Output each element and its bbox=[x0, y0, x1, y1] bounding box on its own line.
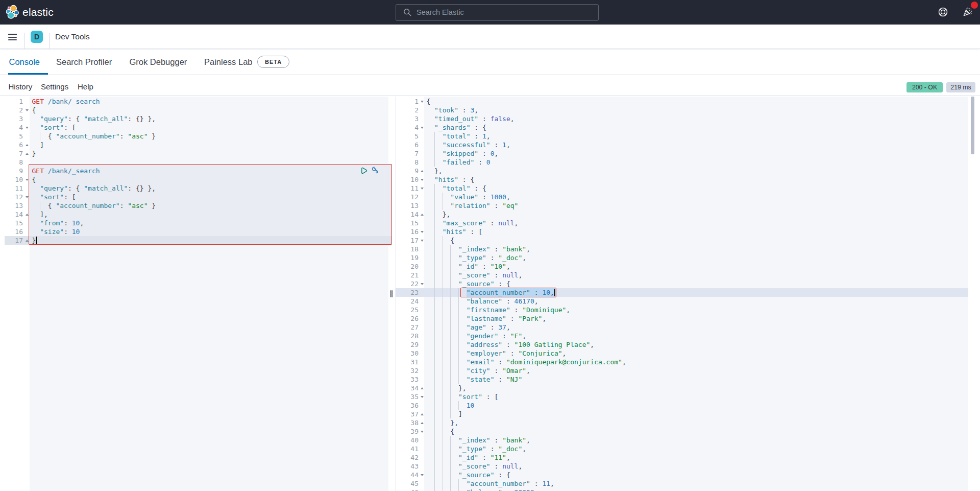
fold-toggle-icon[interactable] bbox=[421, 431, 424, 433]
code-text: }, bbox=[424, 167, 443, 175]
tab-console[interactable]: Console bbox=[9, 49, 40, 75]
code-token: , bbox=[522, 445, 526, 453]
fold-toggle-icon[interactable] bbox=[421, 170, 424, 172]
code-token: { bbox=[426, 237, 454, 244]
request-actions bbox=[361, 167, 379, 175]
fold-toggle-icon[interactable] bbox=[421, 396, 424, 398]
newsfeed-icon[interactable] bbox=[963, 7, 972, 17]
code-line: 30 "employer" : "Conjurica", bbox=[396, 349, 968, 358]
line-number: 10 bbox=[396, 175, 424, 184]
code-token: : bbox=[491, 202, 502, 209]
menu-icon[interactable] bbox=[6, 31, 22, 47]
fold-toggle-icon[interactable] bbox=[421, 240, 424, 242]
line-number: 5 bbox=[5, 132, 30, 141]
elastic-logo-icon[interactable] bbox=[6, 5, 19, 19]
send-request-icon[interactable] bbox=[361, 167, 368, 175]
code-token: "Dominique" bbox=[522, 306, 566, 314]
code-token: "state" bbox=[467, 376, 495, 383]
line-number: 9 bbox=[396, 167, 424, 175]
fold-toggle-icon[interactable] bbox=[26, 127, 29, 129]
code-token bbox=[426, 436, 458, 444]
menu-icon-bar bbox=[8, 34, 17, 35]
line-number: 26 bbox=[396, 314, 424, 323]
code-token: "_type" bbox=[458, 445, 486, 453]
fold-toggle-icon[interactable] bbox=[421, 188, 424, 190]
code-token: , bbox=[590, 341, 594, 348]
code-token: "value" bbox=[450, 193, 478, 201]
fold-toggle-icon[interactable] bbox=[421, 101, 424, 103]
help-icon[interactable] bbox=[938, 7, 948, 17]
code-token bbox=[44, 98, 48, 105]
code-text: "skipped" : 0, bbox=[424, 149, 498, 158]
code-token: "NJ" bbox=[506, 376, 522, 383]
code-text: { bbox=[424, 97, 430, 106]
fold-toggle-icon[interactable] bbox=[421, 474, 424, 476]
fold-toggle-icon[interactable] bbox=[421, 283, 424, 285]
line-number: 18 bbox=[396, 245, 424, 253]
code-token: : bbox=[458, 106, 470, 114]
tab-search-profiler[interactable]: Search Profiler bbox=[56, 49, 112, 75]
top-header-bar: elastic Search Elastic bbox=[0, 0, 980, 25]
line-number: 11 bbox=[396, 184, 424, 193]
app-avatar[interactable]: D bbox=[31, 31, 43, 43]
code-text: "sort" : [ bbox=[424, 392, 498, 401]
line-number: 16 bbox=[396, 227, 424, 236]
fold-toggle-icon[interactable] bbox=[421, 387, 424, 389]
fold-toggle-icon[interactable] bbox=[421, 231, 424, 233]
code-token bbox=[32, 115, 40, 123]
code-token: "_type" bbox=[458, 254, 486, 262]
line-number: 27 bbox=[396, 323, 424, 332]
code-text: }, bbox=[424, 384, 467, 392]
global-search-input[interactable]: Search Elastic bbox=[396, 4, 599, 21]
line-number: 10 bbox=[5, 175, 30, 184]
fold-toggle-icon[interactable] bbox=[26, 109, 29, 111]
fold-toggle-icon[interactable] bbox=[421, 413, 424, 415]
tab-painless-lab[interactable]: Painless Lab bbox=[204, 49, 252, 75]
code-token: , bbox=[506, 193, 510, 201]
code-token bbox=[426, 150, 442, 157]
breadcrumb-bar: D Dev Tools bbox=[0, 25, 980, 49]
code-token: "_source" bbox=[458, 471, 494, 479]
code-token: : bbox=[498, 332, 510, 340]
wrench-icon[interactable] bbox=[371, 167, 379, 174]
code-token: 37 bbox=[498, 323, 506, 331]
code-token: 1 bbox=[502, 141, 506, 149]
notification-dot bbox=[971, 2, 978, 9]
code-line: 12 "value" : 1000, bbox=[396, 193, 968, 201]
fold-toggle-icon[interactable] bbox=[421, 422, 424, 424]
code-token bbox=[426, 141, 442, 149]
code-token: 1000 bbox=[491, 193, 506, 201]
code-text: ] bbox=[424, 410, 462, 418]
brand-name[interactable]: elastic bbox=[22, 0, 54, 25]
fold-toggle-icon[interactable] bbox=[26, 144, 29, 146]
code-line: 46 "balance" : 20203, bbox=[396, 488, 968, 491]
fold-toggle-icon[interactable] bbox=[421, 214, 424, 216]
fold-toggle-icon[interactable] bbox=[26, 153, 29, 155]
line-number: 15 bbox=[5, 219, 30, 227]
fold-toggle-icon[interactable] bbox=[421, 127, 424, 129]
line-number: 36 bbox=[396, 401, 424, 410]
code-token: "Conjurica" bbox=[518, 349, 562, 357]
code-token: , bbox=[522, 254, 526, 262]
code-token: : { bbox=[471, 124, 486, 131]
header-divider bbox=[24, 33, 25, 49]
menu-item-help[interactable]: Help bbox=[78, 75, 93, 96]
code-token: : bbox=[506, 315, 518, 322]
code-line: 28 "gender" : "F", bbox=[396, 332, 968, 340]
response-scrollbar-thumb[interactable] bbox=[971, 97, 974, 154]
code-line: 24 "balance" : 46170, bbox=[396, 297, 968, 306]
code-line: 44 "_source" : { bbox=[396, 471, 968, 479]
resizer-grip-bar bbox=[390, 290, 391, 297]
code-token: , bbox=[522, 332, 526, 340]
menu-item-history[interactable]: History bbox=[9, 75, 33, 96]
fold-toggle-icon[interactable] bbox=[421, 179, 424, 181]
code-text: ] bbox=[30, 141, 44, 149]
code-text: }, bbox=[424, 418, 458, 427]
menu-item-settings[interactable]: Settings bbox=[41, 75, 68, 96]
code-token: "bank" bbox=[502, 436, 526, 444]
code-text: "successful" : 1, bbox=[424, 141, 510, 149]
code-token: "100 Gatling Place" bbox=[514, 341, 591, 348]
code-token: "Park" bbox=[518, 315, 542, 322]
code-token: : bbox=[486, 254, 498, 262]
tab-grok-debugger[interactable]: Grok Debugger bbox=[130, 49, 187, 75]
